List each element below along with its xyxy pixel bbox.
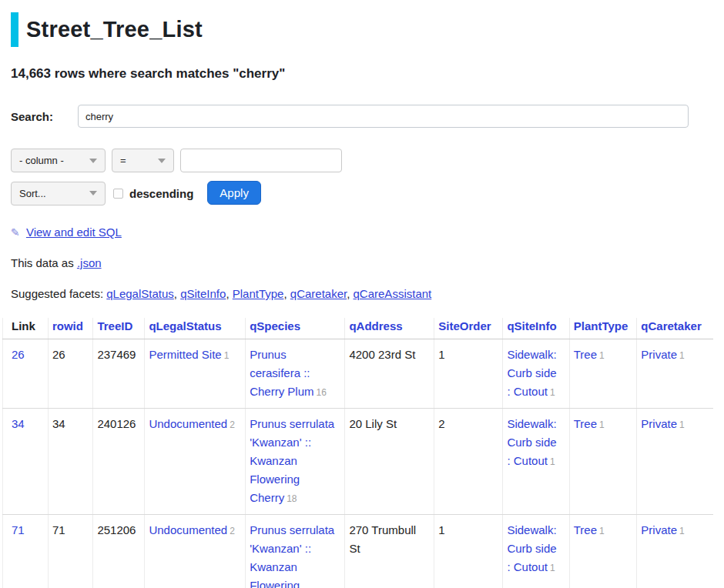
column-header-Link: Link xyxy=(3,318,49,339)
column-header-link[interactable]: rowid xyxy=(52,319,83,332)
search-label: Search: xyxy=(11,110,78,123)
operator-select-value: = xyxy=(120,155,126,166)
apply-button[interactable]: Apply xyxy=(207,181,261,205)
legal-status-cell-link[interactable]: Permitted Site xyxy=(149,348,221,361)
column-header-link[interactable]: qSiteInfo xyxy=(507,319,556,332)
filter-row: - column - = xyxy=(11,149,713,172)
table-row: 7171251206Undocumented2Prunus serrulata … xyxy=(3,515,714,588)
descending-checkbox[interactable] xyxy=(113,189,123,199)
json-link[interactable]: .json xyxy=(77,256,102,269)
site-info-cell-link[interactable]: Sidewalk: Curb side : Cutout xyxy=(507,348,556,398)
data-as-line: This data as .json xyxy=(11,256,713,269)
facet-count: 16 xyxy=(317,387,327,398)
legal-status-cell-link[interactable]: Undocumented xyxy=(149,417,227,430)
facet-link-qLegalStatus[interactable]: qLegalStatus xyxy=(106,287,174,300)
column-header-qSpecies[interactable]: qSpecies xyxy=(246,318,345,339)
plant-type-cell-link[interactable]: Tree xyxy=(574,348,597,361)
descending-label[interactable]: descending xyxy=(129,187,193,200)
site-info-cell: Sidewalk: Curb side : Cutout1 xyxy=(503,409,569,515)
operator-select[interactable]: = xyxy=(112,149,174,172)
column-header-link[interactable]: SiteOrder xyxy=(438,319,491,332)
rowid-cell: 71 xyxy=(48,515,92,588)
column-header-qSiteInfo[interactable]: qSiteInfo xyxy=(503,318,569,339)
plant-type-cell-link[interactable]: Tree xyxy=(574,417,597,430)
column-header-TreeID[interactable]: TreeID xyxy=(93,318,145,339)
table-row: 2626237469Permitted Site1Prunus cerasife… xyxy=(3,339,714,409)
column-header-PlantType[interactable]: PlantType xyxy=(569,318,637,339)
row-detail-link[interactable]: 34 xyxy=(12,417,25,430)
facet-count: 1 xyxy=(679,526,685,536)
column-header-SiteOrder[interactable]: SiteOrder xyxy=(434,318,503,339)
facet-count: 2 xyxy=(230,526,235,536)
rowid-cell: 34 xyxy=(48,409,92,515)
address-cell: 270 Trumbull St xyxy=(345,515,434,588)
plant-type-cell: Tree1 xyxy=(569,339,637,409)
table-header-row: LinkrowidTreeIDqLegalStatusqSpeciesqAddr… xyxy=(3,318,714,339)
caretaker-cell-link[interactable]: Private xyxy=(641,523,677,536)
facet-count: 1 xyxy=(679,419,685,430)
facet-links: qLegalStatus, qSiteInfo, PlantType, qCar… xyxy=(106,287,431,300)
caretaker-cell-link[interactable]: Private xyxy=(641,417,677,430)
species-cell: Prunus serrulata 'Kwanzan' :: Kwanzan Fl… xyxy=(246,515,345,588)
column-header-link[interactable]: qLegalStatus xyxy=(149,319,221,332)
facet-count: 1 xyxy=(550,456,555,467)
plant-type-cell-link[interactable]: Tree xyxy=(574,523,597,536)
suggested-facets-line: Suggested facets: qLegalStatus, qSiteInf… xyxy=(11,287,713,300)
sort-select[interactable]: Sort... xyxy=(11,182,106,205)
species-cell-link[interactable]: Prunus serrulata 'Kwanzan' :: Kwanzan Fl… xyxy=(250,523,334,588)
search-input[interactable] xyxy=(78,105,689,128)
accent-bar xyxy=(11,12,18,47)
view-edit-sql-link[interactable]: View and edit SQL xyxy=(26,226,122,239)
address-cell: 20 Lily St xyxy=(345,409,434,515)
page-title: Street_Tree_List xyxy=(26,17,203,42)
column-header-link[interactable]: TreeID xyxy=(97,319,132,332)
facet-count: 1 xyxy=(599,350,605,361)
row-detail-link[interactable]: 71 xyxy=(12,523,25,536)
column-header-link[interactable]: qAddress xyxy=(349,319,402,332)
site-order-cell: 1 xyxy=(434,515,503,588)
caretaker-cell: Private1 xyxy=(637,339,713,409)
table-row: 3434240126Undocumented2Prunus serrulata … xyxy=(3,409,714,515)
site-info-cell-link[interactable]: Sidewalk: Curb side : Cutout xyxy=(507,523,556,573)
site-order-cell: 1 xyxy=(434,339,503,409)
row-link: 71 xyxy=(3,515,49,588)
legal-status-cell: Permitted Site1 xyxy=(145,339,246,409)
column-header-rowid[interactable]: rowid xyxy=(48,318,92,339)
table-body: 2626237469Permitted Site1Prunus cerasife… xyxy=(3,339,714,588)
column-header-link[interactable]: PlantType xyxy=(574,319,628,332)
column-header-qAddress[interactable]: qAddress xyxy=(345,318,434,339)
facet-link-qSiteInfo[interactable]: qSiteInfo xyxy=(180,287,226,300)
chevron-down-icon xyxy=(89,159,97,163)
chevron-down-icon xyxy=(158,159,166,163)
caretaker-cell: Private1 xyxy=(637,409,713,515)
row-detail-link[interactable]: 26 xyxy=(12,348,25,361)
facet-count: 18 xyxy=(287,493,297,504)
species-cell-link[interactable]: Prunus serrulata 'Kwanzan' :: Kwanzan Fl… xyxy=(250,417,334,504)
column-header-link[interactable]: qCaretaker xyxy=(641,319,701,332)
column-select[interactable]: - column - xyxy=(11,149,106,172)
facet-link-qCareAssistant[interactable]: qCareAssistant xyxy=(354,287,432,300)
species-cell: Prunus cerasifera :: Cherry Plum16 xyxy=(246,339,345,409)
treeid-cell: 240126 xyxy=(93,409,145,515)
site-info-cell: Sidewalk: Curb side : Cutout1 xyxy=(503,339,569,409)
species-cell-link[interactable]: Prunus cerasifera :: Cherry Plum xyxy=(250,348,313,398)
facet-link-qCaretaker[interactable]: qCaretaker xyxy=(290,287,347,300)
caretaker-cell-link[interactable]: Private xyxy=(641,348,677,361)
facet-count: 1 xyxy=(679,350,685,361)
site-info-cell-link[interactable]: Sidewalk: Curb side : Cutout xyxy=(507,417,556,467)
facet-count: 1 xyxy=(599,419,605,430)
column-header-link[interactable]: qSpecies xyxy=(250,319,300,332)
facet-count: 1 xyxy=(550,563,555,573)
facet-link-PlantType[interactable]: PlantType xyxy=(233,287,284,300)
sort-row: Sort... descending Apply xyxy=(11,181,713,205)
treeid-cell: 251206 xyxy=(93,515,145,588)
filter-value-input[interactable] xyxy=(180,149,342,172)
treeid-cell: 237469 xyxy=(93,339,145,409)
legal-status-cell-link[interactable]: Undocumented xyxy=(149,523,227,536)
facets-prefix: Suggested facets: xyxy=(11,287,106,300)
legal-status-cell: Undocumented2 xyxy=(145,515,246,588)
page-header: Street_Tree_List xyxy=(11,12,713,47)
column-header-qLegalStatus[interactable]: qLegalStatus xyxy=(145,318,246,339)
column-header-qCaretaker[interactable]: qCaretaker xyxy=(637,318,713,339)
facet-count: 1 xyxy=(599,526,605,536)
